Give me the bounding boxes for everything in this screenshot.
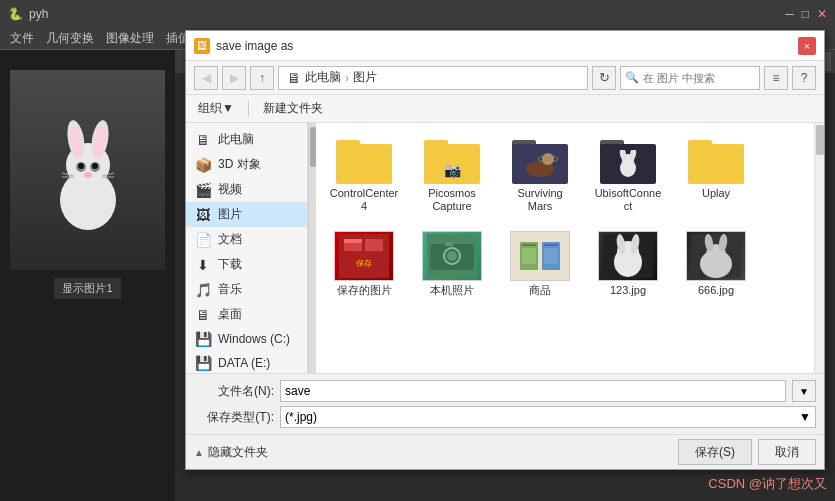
sidebar-label-this-pc: 此电脑	[218, 131, 254, 148]
hide-folder-label: 隐藏文件夹	[208, 444, 268, 461]
filename-input[interactable]	[280, 380, 786, 402]
bg-close[interactable]: ✕	[817, 7, 827, 21]
sidebar-label-documents: 文档	[218, 231, 242, 248]
img-666-label: 666.jpg	[698, 284, 734, 297]
drive-c-icon: 💾	[194, 331, 212, 347]
hide-arrow-icon: ▲	[194, 447, 204, 458]
svg-point-32	[447, 251, 457, 261]
svg-point-17	[542, 153, 554, 165]
nav-forward-button[interactable]: ▶	[222, 66, 246, 90]
img-666[interactable]: 666.jpg	[676, 226, 756, 302]
dialog-titlebar: 🖼 save image as ×	[186, 31, 824, 61]
filetype-row: 保存类型(T): (*.jpg) ▼	[194, 406, 816, 428]
music-icon: 🎵	[194, 282, 212, 298]
picture-icon: 🖼	[194, 207, 212, 223]
img-123[interactable]: 123.jpg	[588, 226, 668, 302]
img-123-thumb	[598, 231, 658, 281]
folder-uplay[interactable]: Uplay	[676, 131, 756, 218]
dialog-title-left: 🖼 save image as	[194, 38, 293, 54]
sidebar-item-this-pc[interactable]: 🖥 此电脑	[186, 127, 307, 152]
bg-image-display	[10, 70, 165, 270]
sidebar-item-data-e[interactable]: 💾 DATA (E:)	[186, 351, 307, 373]
sidebar-scrollbar[interactable]	[308, 123, 316, 373]
img-saved-label: 保存的图片	[337, 284, 392, 297]
svg-rect-39	[522, 248, 536, 264]
svg-rect-33	[445, 242, 453, 246]
sidebar-item-downloads[interactable]: ⬇ 下载	[186, 252, 307, 277]
img-saved[interactable]: 保存 保存的图片	[324, 226, 404, 302]
dialog-bottom-inputs: 文件名(N): ▼ 保存类型(T): (*.jpg) ▼	[186, 373, 824, 434]
nav-back-button[interactable]: ◀	[194, 66, 218, 90]
download-icon: ⬇	[194, 257, 212, 273]
dialog-close-button[interactable]: ×	[798, 37, 816, 55]
folder-ubisoft[interactable]: UbisoftConnect	[588, 131, 668, 218]
refresh-button[interactable]: ↻	[592, 66, 616, 90]
svg-rect-27	[365, 239, 383, 251]
svg-point-8	[78, 163, 84, 169]
dialog-icon: 🖼	[194, 38, 210, 54]
sidebar-item-videos[interactable]: 🎬 视频	[186, 177, 307, 202]
sidebar-item-desktop[interactable]: 🖥 桌面	[186, 302, 307, 327]
filename-dropdown[interactable]: ▼	[792, 380, 816, 402]
files-grid-row2: 保存 保存的图片	[324, 226, 806, 302]
svg-rect-40	[544, 248, 558, 264]
folder-cc4[interactable]: ControlCenter4	[324, 131, 404, 218]
folder-picosmos[interactable]: 📷 Picosmos Capture	[412, 131, 492, 218]
nav-up-button[interactable]: ↑	[250, 66, 274, 90]
img-camera[interactable]: 本机照片	[412, 226, 492, 302]
sidebar-label-desktop: 桌面	[218, 306, 242, 323]
img-goods-thumb	[510, 231, 570, 281]
img-saved-thumb: 保存	[334, 231, 394, 281]
sidebar-item-windows-c[interactable]: 💾 Windows (C:)	[186, 327, 307, 351]
search-input[interactable]	[643, 72, 755, 84]
img-goods[interactable]: 商品	[500, 226, 580, 302]
svg-rect-38	[544, 244, 558, 246]
sidebar-item-pictures[interactable]: 🖼 图片	[186, 202, 307, 227]
bg-titlebar: 🐍 pyh ─ □ ✕	[0, 0, 835, 28]
view-toggle-button[interactable]: ≡	[764, 66, 788, 90]
mars-folder-icon	[512, 136, 568, 184]
sidebar-item-music[interactable]: 🎵 音乐	[186, 277, 307, 302]
svg-text:保存: 保存	[356, 259, 372, 268]
img-goods-label: 商品	[529, 284, 551, 297]
bg-left-panel: 显示图片1	[0, 50, 175, 501]
bg-minimize[interactable]: ─	[785, 7, 794, 21]
sidebar-label-pictures: 图片	[218, 206, 242, 223]
video-icon: 🎬	[194, 182, 212, 198]
desktop-icon: 🖥	[194, 307, 212, 323]
sidebar-label-3d: 3D 对象	[218, 156, 261, 173]
files-scrollbar[interactable]	[814, 123, 824, 373]
bg-app-title: pyh	[29, 7, 48, 21]
ubisoft-folder-icon	[600, 136, 656, 184]
sidebar-item-3d[interactable]: 📦 3D 对象	[186, 152, 307, 177]
save-dialog: 🖼 save image as × ◀ ▶ ↑ 🖥 此电脑 › 图片 ↻ 🔍 ≡…	[185, 30, 825, 470]
bg-menu-geo[interactable]: 几何变换	[40, 30, 100, 47]
bg-menu-image[interactable]: 图像处理	[100, 30, 160, 47]
hide-folder-toggle[interactable]: ▲ 隐藏文件夹	[194, 444, 268, 461]
sidebar-item-documents[interactable]: 📄 文档	[186, 227, 307, 252]
organize-button[interactable]: 组织▼	[194, 98, 238, 119]
svg-point-9	[92, 163, 98, 169]
drive-e-icon: 💾	[194, 355, 212, 371]
help-button[interactable]: ?	[792, 66, 816, 90]
bg-maximize[interactable]: □	[802, 7, 809, 21]
dialog-sidebar: 🖥 此电脑 📦 3D 对象 🎬 视频 🖼 图片 📄 文档	[186, 123, 308, 373]
rabbit-image	[10, 70, 165, 270]
breadcrumb-bar[interactable]: 🖥 此电脑 › 图片	[278, 66, 588, 90]
doc-icon: 📄	[194, 232, 212, 248]
bg-caption-btn[interactable]: 显示图片1	[54, 278, 120, 299]
csdn-watermark: CSDN @讷了想次又	[708, 475, 827, 493]
file-area-container: ControlCenter4 📷 Picosmos Capture	[316, 123, 824, 373]
ubisoft-label: UbisoftConnect	[593, 187, 663, 213]
breadcrumb-pc-icon: 🖥	[287, 70, 301, 86]
cancel-button[interactable]: 取消	[758, 439, 816, 465]
dialog-title-text: save image as	[216, 39, 293, 53]
bg-menu-file[interactable]: 文件	[4, 30, 40, 47]
folder-mars[interactable]: Surviving Mars	[500, 131, 580, 218]
svg-rect-26	[344, 239, 362, 243]
save-button[interactable]: 保存(S)	[678, 439, 752, 465]
img-666-thumb	[686, 231, 746, 281]
dialog-main-area: 🖥 此电脑 📦 3D 对象 🎬 视频 🖼 图片 📄 文档	[186, 123, 824, 373]
filetype-select[interactable]: (*.jpg) ▼	[280, 406, 816, 428]
new-folder-button[interactable]: 新建文件夹	[259, 98, 327, 119]
